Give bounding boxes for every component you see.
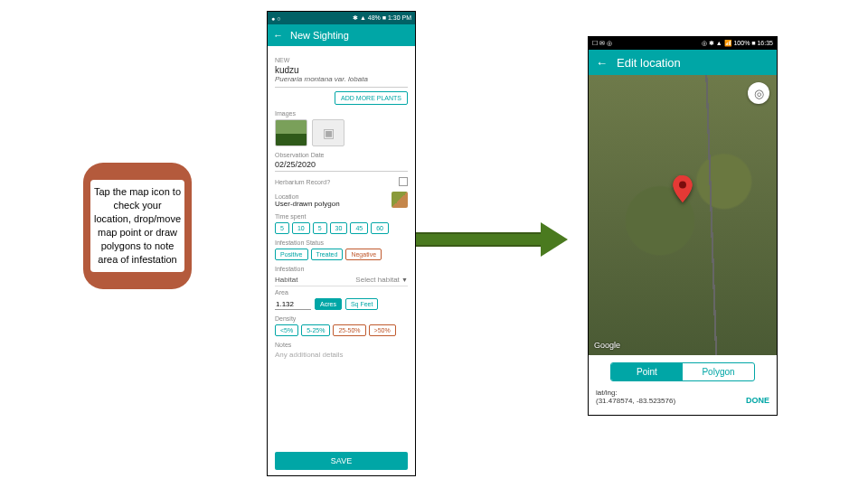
density-chip[interactable]: 5-25%: [301, 324, 330, 336]
time-chip[interactable]: 45: [350, 222, 368, 234]
svg-point-0: [679, 181, 686, 188]
species-common-name: kudzu: [275, 65, 408, 75]
section-species-label: NEW: [275, 57, 408, 63]
habitat-field-label: Habitat: [275, 276, 297, 284]
my-location-button[interactable]: ◎: [748, 82, 769, 104]
time-chip[interactable]: 30: [330, 222, 348, 234]
save-button[interactable]: SAVE: [275, 452, 408, 470]
status-chip-positive[interactable]: Positive: [275, 249, 308, 260]
density-chips: <5% 5-25% 25-50% >50%: [275, 324, 408, 336]
annotation-arrow: [407, 226, 570, 253]
unit-acres[interactable]: Acres: [315, 298, 342, 310]
latlng-value: (31.478574, -83.523576): [596, 397, 675, 405]
image-thumbs: ▣: [275, 119, 408, 146]
species-latin-name: Pueraria montana var. lobata: [275, 75, 408, 83]
status-bar: ☐ ✉ ◎ ◎ ✱ ▲ 📶 100% ■ 16:35: [589, 37, 777, 50]
unit-sqfeet[interactable]: Sq Feet: [345, 298, 379, 310]
add-image-button[interactable]: ▣: [312, 119, 344, 146]
herbarium-checkbox[interactable]: [399, 177, 408, 186]
species-block: kudzu Pueraria montana var. lobata: [275, 65, 408, 88]
segment-polygon[interactable]: Polygon: [683, 363, 754, 380]
time-chip[interactable]: 5: [275, 222, 289, 234]
app-bar: ← New Sighting: [268, 24, 415, 46]
status-chip-negative[interactable]: Negative: [345, 249, 382, 260]
time-chip[interactable]: 60: [371, 222, 389, 234]
notes-input[interactable]: Any additional details: [275, 351, 408, 359]
back-icon[interactable]: ←: [273, 30, 283, 41]
page-title: New Sighting: [290, 30, 349, 41]
habitat-select[interactable]: Habitat Select habitat ▼: [275, 274, 408, 286]
status-right: ✱ ▲ 48% ■ 1:30 PM: [353, 14, 411, 22]
time-chip[interactable]: 10: [292, 222, 310, 234]
phone-edit-location: ☐ ✉ ◎ ◎ ✱ ▲ 📶 100% ■ 16:35 ← Edit locati…: [588, 36, 778, 416]
density-chip[interactable]: 25-50%: [333, 324, 365, 336]
camera-icon: ▣: [323, 126, 335, 140]
latlng-label: lat/lng:: [596, 389, 675, 397]
bottom-panel: Point Polygon lat/lng: (31.478574, -83.5…: [589, 355, 777, 412]
status-bar: ● ○ ✱ ▲ 48% ■ 1:30 PM: [268, 12, 415, 24]
time-chip[interactable]: 5: [313, 222, 327, 234]
map-view[interactable]: ◎ Google: [589, 75, 777, 355]
status-right: ◎ ✱ ▲ 📶 100% ■ 16:35: [702, 40, 773, 47]
segment-point[interactable]: Point: [611, 363, 683, 380]
done-button[interactable]: DONE: [746, 396, 769, 405]
google-watermark: Google: [594, 341, 620, 350]
obs-date-label: Observation Date: [275, 152, 408, 158]
habitat-value: Select habitat: [355, 276, 399, 284]
notes-label: Notes: [275, 342, 408, 348]
status-left: ● ○: [271, 15, 280, 22]
location-label: Location: [275, 193, 340, 200]
herbarium-label: Herbarium Record?: [275, 179, 330, 185]
density-chip[interactable]: <5%: [275, 324, 298, 336]
chevron-down-icon: ▼: [401, 277, 408, 283]
infestation-label: Infestation: [275, 266, 408, 272]
density-chip[interactable]: >50%: [369, 324, 396, 336]
observation-date[interactable]: 02/25/2020: [275, 160, 408, 172]
geometry-segmented: Point Polygon: [610, 362, 755, 381]
crosshair-icon: ◎: [754, 87, 764, 100]
location-value: User-drawn polygon: [275, 200, 340, 208]
area-input[interactable]: [275, 299, 311, 310]
map-icon[interactable]: [392, 192, 408, 208]
instruction-callout: Tap the map icon to check your location,…: [83, 163, 192, 289]
app-bar: ← Edit location: [589, 50, 777, 75]
back-icon[interactable]: ←: [596, 56, 608, 70]
infestation-status-label: Infestation Status: [275, 239, 408, 246]
area-label: Area: [275, 289, 288, 296]
phone-new-sighting: ● ○ ✱ ▲ 48% ■ 1:30 PM ← New Sighting NEW…: [267, 11, 416, 476]
image-thumb[interactable]: [275, 119, 307, 146]
images-label: Images: [275, 110, 408, 117]
add-more-plants-button[interactable]: ADD MORE PLANTS: [335, 91, 408, 105]
pin-icon: [673, 175, 693, 202]
status-chip-treated[interactable]: Treated: [311, 249, 344, 260]
status-left: ☐ ✉ ◎: [592, 40, 612, 47]
time-spent-chips: 5 10 5 30 45 60: [275, 222, 408, 234]
form-content: NEW kudzu Pueraria montana var. lobata A…: [268, 46, 415, 364]
callout-text: Tap the map icon to check your location,…: [90, 180, 184, 272]
time-spent-label: Time spent: [275, 213, 408, 220]
page-title: Edit location: [617, 56, 681, 70]
map-pin[interactable]: [673, 175, 693, 204]
density-label: Density: [275, 315, 408, 322]
latlng-block: lat/lng: (31.478574, -83.523576): [596, 389, 675, 405]
infestation-status-chips: Positive Treated Negative: [275, 249, 408, 260]
